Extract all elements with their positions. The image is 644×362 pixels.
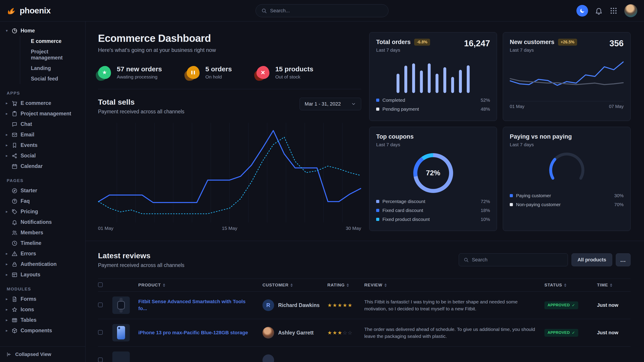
review-row: Fitbit Sense Advanced Smartwatch with To… [98, 292, 630, 319]
brand-logo[interactable]: phoenix [7, 6, 50, 16]
reviews-table: PRODUCTCUSTOMERRATINGREVIEWSTATUSTIME Fi… [98, 279, 630, 362]
notifications-bell-icon[interactable] [595, 7, 603, 15]
chevron-down-icon [351, 101, 356, 106]
check-icon: ✓ [572, 303, 575, 308]
reviews-search[interactable] [459, 253, 568, 266]
sidebar-item-icons[interactable]: ▸Icons [6, 304, 80, 315]
column-header-product[interactable]: PRODUCT [138, 283, 262, 288]
status-badge: APPROVED✓ [544, 301, 578, 309]
home-icon [12, 28, 18, 34]
collapsed-view-toggle[interactable]: Collapsed View [0, 346, 85, 362]
theme-toggle-button[interactable] [576, 5, 588, 16]
sidebar-item-social-feed[interactable]: Social feed [20, 73, 80, 84]
customer-name: Richard Dawkins [278, 302, 320, 308]
notifications-icon [12, 219, 18, 225]
sidebar-item-project-management[interactable]: ▸Project management [6, 108, 80, 119]
sort-icon [163, 284, 165, 287]
sidebar-item-chat[interactable]: Chat [6, 119, 80, 129]
order-stats-row: ★57 new ordersAwating processing5 orders… [98, 65, 361, 80]
column-header-rating[interactable]: RATING [327, 283, 364, 288]
sidebar-item-label: Components [20, 328, 52, 334]
reviews-table-body: Fitbit Sense Advanced Smartwatch with To… [98, 292, 630, 347]
customer-avatar [262, 327, 274, 339]
sidebar-item-tables[interactable]: ▸Tables [6, 315, 80, 325]
sidebar-item-project-management[interactable]: Project management [20, 46, 80, 63]
legend-label: Completed [382, 97, 481, 103]
column-header-customer[interactable]: CUSTOMER [262, 283, 327, 288]
sidebar-item-pricing[interactable]: ▸Pricing [6, 206, 80, 217]
sidebar-item-faq[interactable]: Faq [6, 196, 80, 206]
sidebar-item-layouts[interactable]: ▸Layouts [6, 269, 80, 280]
sidebar-item-label: Project management [20, 111, 71, 117]
project-management-icon [12, 111, 18, 117]
total-orders-value: 16,247 [464, 39, 490, 48]
column-header-review[interactable]: REVIEW [364, 283, 544, 288]
coupons-donut-chart: 72% [413, 153, 453, 193]
change-badge: +26.5% [558, 39, 577, 46]
sidebar-item-forms[interactable]: ▸Forms [6, 294, 80, 304]
members-icon [12, 230, 18, 236]
legend-label: Non-paying customer [516, 202, 614, 207]
global-search[interactable] [256, 4, 388, 17]
total-orders-legend: Completed52%Pending payment48% [376, 96, 490, 114]
select-all-checkbox[interactable] [98, 282, 103, 287]
timeline-icon [12, 240, 18, 246]
sidebar-item-calendar[interactable]: Calendar [6, 161, 80, 171]
product-link[interactable]: Fitbit Sense Advanced Smartwatch with To… [138, 298, 262, 312]
row-checkbox[interactable] [98, 358, 103, 362]
sidebar-item-label: Email [20, 132, 34, 138]
stat-out-of-stock: ×15 productsOut of stock [256, 65, 313, 80]
x-label: 15 May [222, 226, 238, 231]
more-options-button[interactable]: … [616, 253, 630, 266]
sidebar-item-timeline[interactable]: Timeline [6, 238, 80, 248]
sidebar-section-label: MODULES [7, 287, 80, 292]
sidebar-item-starter[interactable]: Starter [6, 185, 80, 196]
top-coupons-card: Top coupons Last 7 days 72% Percentage d… [369, 127, 497, 231]
pricing-icon [12, 209, 18, 215]
all-products-button[interactable]: All products [572, 253, 612, 266]
collapse-icon [6, 352, 12, 357]
date-range-select[interactable]: Mar 1 - 31, 2022 [300, 98, 361, 110]
search-icon [261, 8, 267, 14]
sidebar-item-notifications[interactable]: Notifications [6, 217, 80, 227]
caret-right-icon: ▸ [6, 262, 12, 267]
sidebar-item-e-commerce[interactable]: ▸E commerce [6, 98, 80, 108]
user-avatar[interactable] [624, 4, 637, 17]
sidebar-item-landing[interactable]: Landing [20, 63, 80, 73]
column-header-time[interactable]: TIME [597, 283, 630, 288]
row-checkbox[interactable] [98, 330, 103, 335]
caret-right-icon: ▸ [6, 251, 12, 256]
sidebar-item-label: Layouts [20, 272, 40, 278]
legend-item: Percentage discount72% [376, 197, 490, 206]
main-content: Ecommerce Dashboard Here's what's going … [86, 21, 644, 362]
caret-right-icon: ▸ [6, 209, 12, 214]
caret-right-icon: ▸ [6, 318, 12, 323]
phoenix-logo-icon [7, 6, 16, 16]
new-customers-x-axis: 01 May 07 May [510, 101, 624, 109]
sidebar-item-home[interactable]: ▾Home [6, 25, 80, 36]
sidebar-item-authentication[interactable]: ▸Authentication [6, 259, 80, 269]
sidebar-item-label: Social [20, 153, 36, 159]
sidebar-item-members[interactable]: Members [6, 227, 80, 238]
sidebar-item-social[interactable]: ▸Social [6, 150, 80, 161]
product-link[interactable]: iPhone 13 pro max-Pacific Blue-128GB sto… [138, 329, 262, 336]
status-badge: APPROVED✓ [544, 329, 578, 337]
stat-awating-processing: ★57 new ordersAwating processing [98, 65, 162, 80]
stat-value: 57 new orders [117, 65, 162, 73]
legend-chip [376, 200, 379, 203]
row-checkbox[interactable] [98, 303, 103, 307]
sidebar-item-email[interactable]: ▸Email [6, 129, 80, 140]
x-blob-icon: × [256, 66, 270, 79]
paying-gauge-chart [547, 151, 587, 189]
apps-grid-icon[interactable] [610, 7, 618, 15]
sidebar-item-events[interactable]: ▸Events [6, 140, 80, 150]
sidebar-item-components[interactable]: ▸Components [6, 325, 80, 336]
sidebar-item-errors[interactable]: ▸Errors [6, 248, 80, 259]
paying-legend: Paying customer30%Non-paying customer70% [510, 191, 624, 209]
reviews-search-input[interactable] [472, 257, 563, 263]
date-range-value: Mar 1 - 31, 2022 [305, 101, 341, 107]
sidebar-item-label: Faq [20, 198, 30, 204]
search-input[interactable] [270, 8, 383, 14]
column-header-status[interactable]: STATUS [544, 283, 597, 288]
sidebar-item-e-commerce[interactable]: E commerce [20, 36, 80, 46]
